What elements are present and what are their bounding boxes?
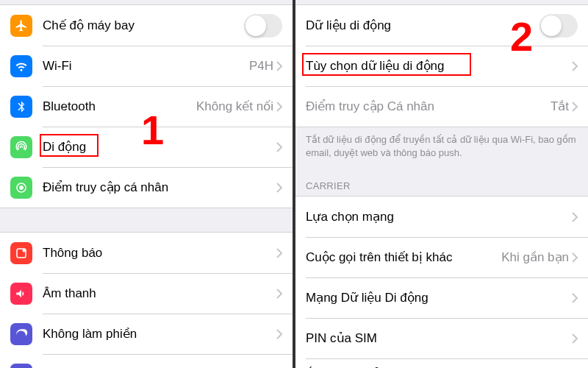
settings-main-panel: Chế độ máy bay Wi-Fi P4H Bluetooth Không… (0, 0, 293, 368)
hotspot-label: Điểm truy cập cá nhân (43, 180, 276, 195)
chevron-icon (572, 212, 578, 222)
sim-pin-label: PIN của SIM (306, 330, 572, 346)
row-sim-pin[interactable]: PIN của SIM (295, 318, 588, 358)
network-selection-label: Lựa chọn mạng (306, 209, 572, 224)
row-hotspot[interactable]: Điểm truy cập cá nhân (0, 167, 293, 208)
row-wifi[interactable]: Wi-Fi P4H (0, 46, 293, 86)
screentime-icon (10, 364, 32, 369)
chevron-icon (276, 289, 282, 299)
row-dnd[interactable]: Không làm phiền (0, 314, 293, 354)
dnd-icon (10, 323, 32, 345)
hotspot-icon (10, 177, 32, 199)
row-bluetooth[interactable]: Bluetooth Không kết nối (0, 86, 293, 127)
cellular-options-label: Tùy chọn dữ liệu di động (306, 58, 572, 74)
chevron-icon (572, 252, 578, 263)
chevron-icon (572, 333, 578, 344)
cellular-label: Di động (43, 139, 276, 155)
row-cellular-network[interactable]: Mạng Dữ liệu Di động (295, 277, 588, 318)
wifi-label: Wi-Fi (43, 59, 249, 74)
chevron-icon (572, 61, 578, 71)
sound-icon (10, 283, 32, 305)
airplane-toggle[interactable] (244, 14, 282, 38)
chevron-icon (276, 142, 282, 152)
row-network-selection[interactable]: Lựa chọn mạng (295, 197, 588, 237)
calls-other-detail: Khi gần bạn (501, 250, 569, 265)
chevron-icon (276, 183, 282, 193)
row-screentime[interactable]: Thời gian sử dụng (0, 354, 293, 368)
row-airplane-mode[interactable]: Chế độ máy bay (0, 5, 293, 46)
wifi-detail: P4H (249, 59, 273, 74)
bluetooth-detail: Không kết nối (196, 99, 273, 114)
cellular-data-toggle[interactable] (539, 14, 578, 38)
wifi-icon (10, 55, 32, 77)
bluetooth-label: Bluetooth (43, 99, 196, 114)
chevron-icon (572, 293, 578, 303)
airplane-label: Chế độ máy bay (43, 18, 244, 33)
calls-other-label: Cuộc gọi trên thiết bị khác (306, 250, 501, 265)
chevron-icon (276, 61, 282, 71)
row-calls-other-devices[interactable]: Cuộc gọi trên thiết bị khác Khi gần bạn (295, 237, 588, 277)
personal-hotspot-detail: Tắt (551, 99, 569, 114)
dnd-label: Không làm phiền (43, 326, 276, 342)
chevron-icon (276, 329, 282, 339)
row-personal-hotspot[interactable]: Điểm truy cập Cá nhân Tắt (295, 86, 588, 127)
row-cellular-options[interactable]: Tùy chọn dữ liệu di động (295, 46, 588, 86)
row-sound[interactable]: Âm thanh (0, 273, 293, 314)
cellular-help-text: Tắt dữ liệu di động để truyền tất cả dữ … (295, 127, 588, 170)
cellular-data-label: Dữ liệu di động (306, 18, 539, 33)
chevron-icon (276, 102, 282, 112)
cellular-network-label: Mạng Dữ liệu Di động (306, 290, 572, 305)
notifications-icon (10, 242, 32, 264)
cellular-panel: Dữ liệu di động Tùy chọn dữ liệu di động… (295, 0, 588, 368)
chevron-icon (276, 248, 282, 258)
cellular-icon (10, 136, 32, 158)
svg-point-1 (23, 249, 26, 252)
chevron-icon (572, 102, 578, 112)
airplane-icon (10, 15, 32, 37)
row-sim-apps[interactable]: Ứng dụng của SIM (295, 358, 588, 368)
sound-label: Âm thanh (43, 286, 276, 301)
row-notifications[interactable]: Thông báo (0, 233, 293, 273)
personal-hotspot-label: Điểm truy cập Cá nhân (306, 99, 551, 114)
row-cellular[interactable]: Di động (0, 127, 293, 167)
notifications-label: Thông báo (43, 246, 276, 261)
bluetooth-icon (10, 96, 32, 118)
row-cellular-data[interactable]: Dữ liệu di động (295, 5, 588, 46)
carrier-section-header: CARRIER (295, 170, 588, 196)
